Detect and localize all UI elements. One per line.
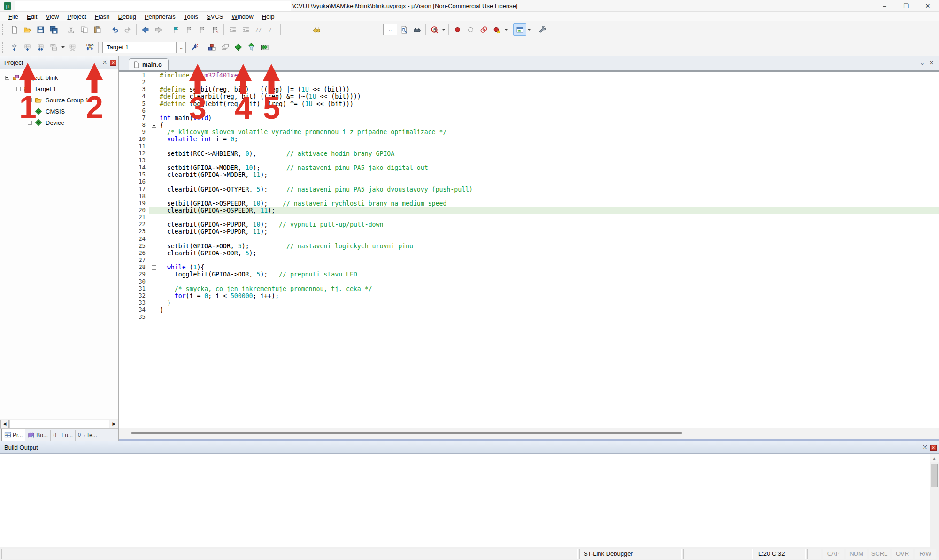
manage-rte-button[interactable]	[231, 41, 245, 54]
menu-file[interactable]: File	[4, 13, 23, 20]
pack-installer-button[interactable]	[258, 41, 271, 54]
new-file-button[interactable]	[8, 23, 21, 36]
restore-button[interactable]: ❏	[895, 0, 917, 12]
target-select[interactable]: Target 1	[102, 42, 177, 53]
tree-item-target-1[interactable]: Target 1	[0, 83, 118, 94]
close-button[interactable]: ✕	[917, 0, 939, 12]
translate-button[interactable]	[8, 41, 21, 54]
menu-tools[interactable]: Tools	[180, 13, 202, 20]
expander-plus-icon[interactable]	[28, 98, 32, 102]
target-select-dropdown[interactable]: ⌄	[177, 42, 186, 53]
code-line-4: 4#define clearbit(reg, bit) ((reg) &= (~…	[119, 93, 939, 100]
toolbar-grip[interactable]	[2, 24, 6, 35]
save-button[interactable]	[34, 23, 47, 36]
search-combo[interactable]: ⌄	[383, 24, 397, 35]
find-next-page-button[interactable]	[397, 23, 410, 36]
incremental-find-arrow-icon[interactable]	[441, 23, 446, 36]
project-panel-close-icon[interactable]: ✕	[110, 60, 116, 66]
options-for-target-button[interactable]	[188, 41, 201, 54]
expander-minus-icon[interactable]	[16, 87, 21, 91]
menu-peripherals[interactable]: Peripherals	[140, 13, 180, 20]
toolbar-separator	[534, 24, 534, 35]
cut-button[interactable]	[64, 23, 77, 36]
pin-icon[interactable]: ⛌	[101, 59, 108, 66]
unindent-button[interactable]	[239, 23, 252, 36]
tab-close-icon[interactable]: ✕	[929, 60, 934, 66]
rebuild-button[interactable]	[34, 41, 47, 54]
bookmark-prev-button[interactable]	[182, 23, 195, 36]
bookmark-clear-button[interactable]	[208, 23, 222, 36]
debug-windows-arrow-icon[interactable]	[526, 23, 532, 36]
build-button[interactable]	[21, 41, 34, 54]
tree-item-source-group-1[interactable]: Source Group 1	[0, 94, 118, 106]
editor-hscrollbar[interactable]	[119, 428, 939, 439]
menu-edit[interactable]: Edit	[23, 13, 41, 20]
uncomment-button[interactable]: /=	[265, 23, 278, 36]
navigate-forward-button[interactable]	[152, 23, 165, 36]
menu-project[interactable]: Project	[63, 13, 90, 20]
build-output-close-icon[interactable]: ✕	[930, 445, 937, 451]
batch-build-button[interactable]	[47, 41, 60, 54]
toolbar-separator	[98, 42, 99, 53]
redo-button[interactable]	[121, 23, 134, 36]
comment-button[interactable]: //=	[252, 23, 265, 36]
expander-plus-icon[interactable]	[28, 121, 32, 125]
menu-window[interactable]: Window	[227, 13, 257, 20]
batch-build-arrow-icon[interactable]	[60, 41, 66, 54]
breakpoint-insert-button[interactable]	[451, 23, 464, 36]
build-output-content[interactable]: ▲	[0, 454, 939, 547]
editor-hscroll-thumb[interactable]	[131, 432, 682, 434]
manage-project-items-button[interactable]	[205, 41, 218, 54]
stop-build-button[interactable]	[66, 41, 79, 54]
open-file-button[interactable]	[21, 23, 34, 36]
debug-windows-button[interactable]	[513, 23, 526, 36]
undo-button[interactable]	[108, 23, 121, 36]
load-download-button[interactable]: LOAD	[83, 41, 96, 54]
toolbar-separator	[511, 24, 511, 35]
svg-text:/=: /=	[269, 27, 275, 33]
menu-svcs[interactable]: SVCS	[202, 13, 227, 20]
panel-tab-te[interactable]: 0→Te...	[76, 430, 100, 441]
multi-project-button[interactable]	[218, 41, 231, 54]
save-icon	[37, 26, 45, 34]
panel-tab-fu[interactable]: {}Fu...	[51, 430, 76, 441]
scroll-up-icon[interactable]: ▲	[930, 454, 939, 462]
paste-button[interactable]	[91, 23, 104, 36]
toolbar-grip[interactable]	[2, 42, 6, 53]
indent-button[interactable]	[226, 23, 239, 36]
tab-overflow-icon[interactable]: ⌄	[920, 60, 924, 66]
save-all-button[interactable]	[47, 23, 60, 36]
code-view[interactable]: 1#include <stm32f401xe.h>23#define setbi…	[119, 72, 939, 428]
bookmark-next-button[interactable]	[195, 23, 208, 36]
menu-view[interactable]: View	[41, 13, 63, 20]
build-output-vscroll-thumb[interactable]	[931, 464, 938, 487]
breakpoint-disable-all-button[interactable]	[477, 23, 490, 36]
menu-help[interactable]: Help	[258, 13, 279, 20]
incremental-find-button[interactable]: @	[428, 23, 441, 36]
breakpoint-enable-button[interactable]	[464, 23, 477, 36]
tab-main-c[interactable]: main.c	[129, 58, 169, 70]
select-packs-button[interactable]	[245, 41, 258, 54]
build-output-vscrollbar[interactable]: ▲	[930, 454, 939, 547]
project-panel-hscrollbar[interactable]: ◀ ▶	[0, 419, 118, 428]
tree-item-project-blink[interactable]: Project: blink	[0, 72, 118, 83]
copy-button[interactable]	[77, 23, 91, 36]
breakpoint-kill-all-arrow-icon[interactable]	[503, 23, 509, 36]
expander-minus-icon[interactable]	[5, 76, 9, 80]
panel-tab-pr[interactable]: Pr...	[1, 429, 25, 441]
tree-item-cmsis[interactable]: CMSIS	[0, 106, 118, 117]
binoculars-button[interactable]	[410, 23, 423, 36]
scroll-right-icon[interactable]: ▶	[110, 420, 118, 428]
bookmark-toggle-button[interactable]	[169, 23, 182, 36]
navigate-back-button[interactable]	[139, 23, 152, 36]
menu-debug[interactable]: Debug	[114, 13, 140, 20]
tree-item-device[interactable]: Device	[0, 117, 118, 128]
minimize-button[interactable]: –	[874, 0, 895, 12]
scroll-left-icon[interactable]: ◀	[0, 420, 9, 428]
pin-icon[interactable]: ⛌	[922, 444, 928, 451]
find-in-files-button[interactable]	[310, 23, 323, 36]
configure-wrench-button[interactable]	[536, 23, 549, 36]
breakpoint-kill-all-button[interactable]	[490, 23, 503, 36]
menu-flash[interactable]: Flash	[91, 13, 114, 20]
panel-tab-bo[interactable]: Bo...	[25, 430, 51, 441]
